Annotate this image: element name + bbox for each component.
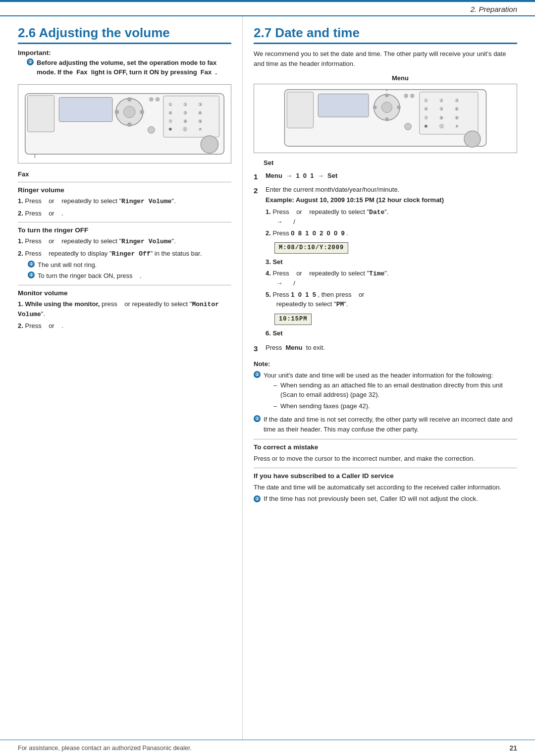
svg-text:#: #: [199, 127, 202, 132]
svg-text:⑥: ⑥: [198, 110, 202, 115]
sub-step-6: 6. Set: [266, 329, 444, 338]
svg-point-7: [127, 122, 131, 126]
svg-rect-28: [287, 92, 313, 128]
svg-point-34: [385, 118, 389, 121]
svg-point-36: [404, 94, 408, 98]
svg-point-31: [381, 102, 392, 112]
important-block: ② Before adjusting the volume, set the o…: [18, 58, 231, 77]
svg-text:①: ①: [168, 102, 172, 107]
correct-mistake-text: Press or to move the cursor to the incor…: [254, 454, 517, 464]
ringer-step-1: 1. Press or repeatedly to select "Ringer…: [18, 197, 231, 207]
caller-id-title: If you have subscribed to a Caller ID se…: [254, 472, 517, 480]
display-time: 10:15PM: [274, 314, 312, 325]
date-time-step-3: 3 Press Menu to exit.: [254, 343, 517, 354]
note-icon-caller: ②: [254, 495, 261, 502]
svg-text:⑧: ⑧: [439, 115, 443, 120]
ringer-volume-steps: 1. Press or repeatedly to select "Ringer…: [18, 197, 231, 218]
right-column: 2.7 Date and time We recommend you to se…: [243, 16, 535, 740]
fax-label: Fax: [18, 170, 231, 178]
date-time-sub-steps: 1. Press or repeatedly to select "Date".…: [266, 208, 444, 338]
sub-step-2: 2. Press 0 8 1 0 2 0 0 9 . M:08/D:10/Y:2…: [266, 229, 444, 256]
sub-step-1: 1. Press or repeatedly to select "Date".…: [266, 208, 444, 227]
note-icon-2: ②: [254, 415, 261, 422]
svg-text:#: #: [456, 124, 458, 129]
correct-mistake-title: To correct a mistake: [254, 443, 517, 451]
caller-id-note-text: If the time has not previously been set,…: [264, 495, 478, 502]
svg-point-8: [115, 110, 119, 114]
turn-off-ringer-steps: 1. Press or repeatedly to select "Ringer…: [18, 237, 231, 280]
fax-svg-left: ① ② ③ ④ ⑤ ⑥ ⑦ ⑧ ⑨ ✱ ⓪ #: [22, 89, 227, 159]
header-bar: 2. Preparation: [0, 2, 535, 16]
rule-after-diagram: [18, 182, 231, 182]
step2-intro: Enter the current month/date/year/hour/m…: [266, 185, 444, 195]
svg-point-6: [140, 110, 144, 114]
footer: For assistance, please contact an author…: [0, 740, 535, 756]
svg-point-10: [156, 97, 160, 101]
monitor-volume-title: Monitor volume: [18, 289, 231, 297]
svg-text:⑦: ⑦: [424, 115, 428, 120]
svg-text:⑧: ⑧: [183, 118, 187, 123]
svg-rect-29: [318, 94, 369, 117]
svg-text:⑥: ⑥: [455, 107, 459, 111]
rule-ringer-off: [18, 222, 231, 222]
rule-monitor-volume: [18, 285, 231, 285]
footer-page: 21: [509, 744, 517, 752]
svg-point-52: [405, 123, 412, 130]
svg-point-4: [124, 106, 136, 118]
svg-text:②: ②: [183, 102, 187, 107]
caller-id-note: ② If the time has not previously been se…: [254, 495, 517, 502]
turn-off-note-1: ② The unit will not ring.: [28, 261, 231, 270]
section-2-6-title: 2.6 Adjusting the volume: [18, 25, 231, 44]
svg-text:⑤: ⑤: [183, 110, 187, 115]
svg-point-32: [385, 94, 389, 97]
rule-caller-id: [254, 468, 517, 468]
svg-point-9: [149, 97, 153, 101]
section-2-7-title: 2.7 Date and time: [254, 25, 517, 44]
rule-correct-mistake: [254, 439, 517, 439]
svg-text:③: ③: [198, 102, 202, 107]
note-icon-1: ②: [254, 371, 261, 378]
note-circle-icon: ②: [27, 58, 34, 65]
important-note-text: Before adjusting the volume, set the ope…: [37, 58, 231, 77]
svg-rect-1: [28, 95, 54, 131]
set-label-right: Set: [264, 159, 273, 166]
important-note-line: ② Before adjusting the volume, set the o…: [27, 58, 231, 77]
caller-id-text: The date and time will be automatically …: [254, 483, 517, 492]
svg-point-25: [148, 126, 155, 133]
svg-text:✱: ✱: [424, 124, 428, 129]
svg-text:①: ①: [424, 98, 428, 103]
note-icon-ring-back: ②: [28, 271, 35, 278]
monitor-step-2: 2. Press or .: [18, 322, 231, 331]
svg-text:⑤: ⑤: [439, 107, 443, 111]
svg-text:⑦: ⑦: [168, 118, 172, 123]
svg-text:⓪: ⓪: [183, 127, 187, 132]
section-2-7-intro: We recommend you to set the date and tim…: [254, 49, 517, 68]
svg-rect-38: [420, 92, 478, 134]
display-date: M:08/D:10/Y:2009: [274, 242, 348, 254]
note-bullet-1: When sending as an attached file to an e…: [273, 380, 517, 400]
svg-text:④: ④: [424, 107, 428, 111]
svg-text:⓪: ⓪: [439, 124, 444, 129]
svg-point-24: [201, 136, 218, 153]
note-bullet-2: When sending faxes (page 42).: [273, 401, 517, 411]
important-label: Important:: [18, 49, 231, 56]
ringer-step-2: 2. Press or .: [18, 209, 231, 218]
svg-rect-2: [59, 97, 112, 121]
note-item-2: ② If the date and time is not set correc…: [254, 415, 517, 434]
note-icon-ring: ②: [28, 261, 35, 268]
note-text-2: If the date and time is not set correctl…: [264, 415, 517, 434]
turn-off-note-2: ② To turn the ringer back ON, press .: [28, 271, 231, 281]
main-content: 2.6 Adjusting the volume Important: ② Be…: [0, 16, 535, 740]
note-block: Note: ② Your unit's date and time will b…: [254, 359, 517, 434]
note-item-1: ② Your unit's date and time will be used…: [254, 371, 517, 412]
left-column: 2.6 Adjusting the volume Important: ② Be…: [0, 16, 243, 740]
turn-off-ringer-title: To turn the ringer OFF: [18, 226, 231, 234]
svg-text:③: ③: [455, 98, 459, 103]
svg-point-35: [373, 106, 376, 109]
sub-step-3: 3. Set: [266, 258, 444, 267]
svg-point-5: [127, 97, 131, 101]
chapter-title: 2. Preparation: [471, 5, 517, 13]
svg-text:✱: ✱: [168, 127, 172, 132]
turn-off-step-1: 1. Press or repeatedly to select "Ringer…: [18, 237, 231, 247]
monitor-step-1: 1. While using the monitor, press or rep…: [18, 300, 231, 320]
